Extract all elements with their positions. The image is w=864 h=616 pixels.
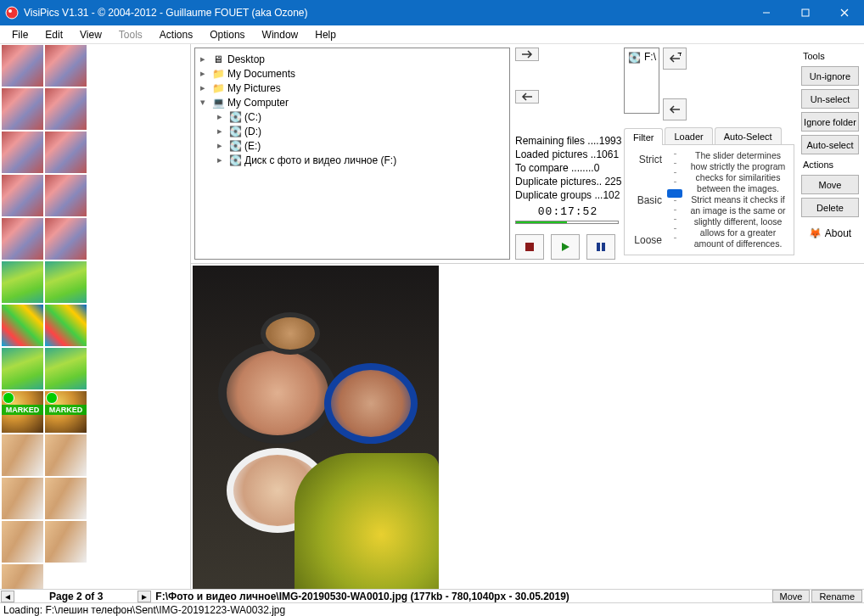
tree-node[interactable]: ▸📁My Pictures (197, 81, 508, 95)
thumb[interactable] (45, 305, 87, 346)
about-button[interactable]: 🦊 About (801, 227, 859, 239)
move-button[interactable]: Move (801, 175, 859, 194)
menu-options[interactable]: Options (201, 27, 253, 42)
thumb[interactable] (2, 521, 43, 563)
thumb-marked[interactable] (45, 391, 87, 433)
thumb[interactable] (2, 261, 43, 303)
thumb[interactable] (45, 348, 87, 389)
svg-rect-6 (525, 243, 534, 251)
pager-move-button[interactable]: Move (772, 590, 811, 602)
delete-button[interactable]: Delete (801, 198, 859, 217)
svg-text:+: + (677, 53, 682, 59)
tree-label: My Documents (227, 68, 295, 80)
label-strict: Strict (630, 154, 662, 165)
svg-rect-8 (597, 243, 600, 251)
menu-actions[interactable]: Actions (151, 27, 201, 42)
filter-tab-body: Strict Basic Loose The slider determines… (624, 145, 794, 255)
thumb[interactable] (45, 521, 87, 563)
thumb[interactable] (2, 218, 43, 260)
sidebar: Tools Un-ignore Un-select Ignore folder … (798, 44, 864, 263)
status-bar: Loading: F:\лешин телефон\Sent\IMG-20191… (0, 602, 864, 616)
stat-remaining: Remaining files ....1993 (515, 134, 620, 148)
slider-description: The slider determines how strictly the p… (687, 150, 788, 249)
slider-thumb[interactable] (667, 189, 682, 198)
thumb-gap (90, 44, 190, 589)
tree-node[interactable]: ▾💻My Computer (197, 95, 508, 109)
menu-view[interactable]: View (71, 27, 110, 42)
menu-tools[interactable]: Tools (110, 27, 151, 42)
thumb[interactable] (45, 132, 87, 173)
drive-icon: 💽 (228, 139, 242, 153)
thumb[interactable] (2, 348, 43, 389)
preview-image[interactable] (193, 266, 439, 589)
stats-panel: Remaining files ....1993 Loaded pictures… (515, 134, 620, 202)
thumb[interactable] (45, 175, 87, 216)
right-column: 💽 F:\ + Filter Loader Auto-Select (622, 44, 798, 263)
mid-column: Remaining files ....1993 Loaded pictures… (510, 44, 622, 263)
tab-autoselect[interactable]: Auto-Select (715, 127, 782, 144)
pause-button[interactable] (586, 234, 615, 260)
autoselect-button[interactable]: Auto-select (801, 135, 859, 154)
thumb[interactable] (2, 88, 43, 130)
thumb[interactable] (45, 88, 87, 130)
svg-rect-9 (602, 243, 605, 251)
page-next-button[interactable]: ▸ (137, 591, 151, 602)
thumb[interactable] (45, 261, 87, 303)
drive-icon: 💽 (228, 154, 242, 167)
desktop-icon: 🖥 (211, 53, 225, 66)
svg-rect-3 (802, 9, 809, 16)
thumb[interactable] (45, 218, 87, 260)
remove-subfolder-button[interactable] (663, 98, 687, 120)
thumb-marked[interactable] (2, 391, 43, 433)
about-label: About (825, 227, 851, 239)
thumb[interactable] (45, 45, 87, 87)
thumb[interactable] (2, 434, 43, 476)
close-button[interactable] (825, 0, 864, 25)
menu-help[interactable]: Help (306, 27, 345, 42)
thumb[interactable] (2, 478, 43, 519)
thumb[interactable] (2, 175, 43, 216)
add-subfolder-button[interactable]: + (663, 48, 687, 70)
preview-blank (439, 264, 864, 589)
svg-point-0 (6, 7, 18, 19)
thumb[interactable] (45, 478, 87, 519)
play-button[interactable] (551, 234, 580, 260)
tree-node[interactable]: ▸💽(D:) (197, 124, 508, 138)
remove-path-button[interactable] (515, 90, 539, 104)
pager-rename-button[interactable]: Rename (811, 590, 862, 602)
tree-node[interactable]: ▸💽(E:) (197, 138, 508, 153)
unignore-button[interactable]: Un-ignore (801, 66, 859, 86)
tree-node[interactable]: ▸🖥Desktop (197, 52, 508, 66)
thumb[interactable] (45, 434, 87, 476)
tree-label: Диск с фото и видео личное (F:) (244, 154, 396, 166)
unselect-button[interactable]: Un-select (801, 89, 859, 109)
thumb[interactable] (2, 564, 43, 589)
menu-window[interactable]: Window (254, 27, 307, 42)
folder-tree[interactable]: ▸🖥Desktop ▸📁My Documents ▸📁My Pictures ▾… (194, 48, 510, 260)
label-loose: Loose (630, 234, 662, 246)
maximize-button[interactable] (786, 0, 825, 25)
thumb[interactable] (2, 132, 43, 173)
tree-node[interactable]: ▸💽(C:) (197, 109, 508, 124)
work-area: ▸🖥Desktop ▸📁My Documents ▸📁My Pictures ▾… (190, 44, 864, 589)
menu-file[interactable]: File (3, 27, 36, 42)
strictness-slider[interactable] (667, 150, 682, 249)
minimize-button[interactable] (747, 0, 786, 25)
tab-loader[interactable]: Loader (665, 127, 712, 144)
ignore-folder-button[interactable]: Ignore folder (801, 112, 859, 132)
stat-duppics: Duplicate pictures.. 225 (515, 175, 620, 188)
selected-paths[interactable]: 💽 F:\ (624, 48, 659, 114)
tree-node[interactable]: ▸💽Диск с фото и видео личное (F:) (197, 153, 508, 167)
drive-icon: 💽 (228, 110, 242, 124)
thumb[interactable] (2, 305, 43, 346)
stop-button[interactable] (515, 234, 544, 260)
menu-edit[interactable]: Edit (36, 27, 71, 42)
titlebar: VisiPics V1.31 - © 2004-2012 - Guillaume… (0, 0, 864, 25)
add-path-button[interactable] (515, 48, 539, 61)
page-prev-button[interactable]: ◂ (1, 591, 14, 602)
thumb[interactable] (2, 45, 43, 87)
tree-node[interactable]: ▸📁My Documents (197, 66, 508, 81)
tab-filter[interactable]: Filter (624, 128, 663, 145)
thumbnail-strip[interactable] (0, 44, 90, 589)
folder-icon: 📁 (211, 67, 225, 81)
